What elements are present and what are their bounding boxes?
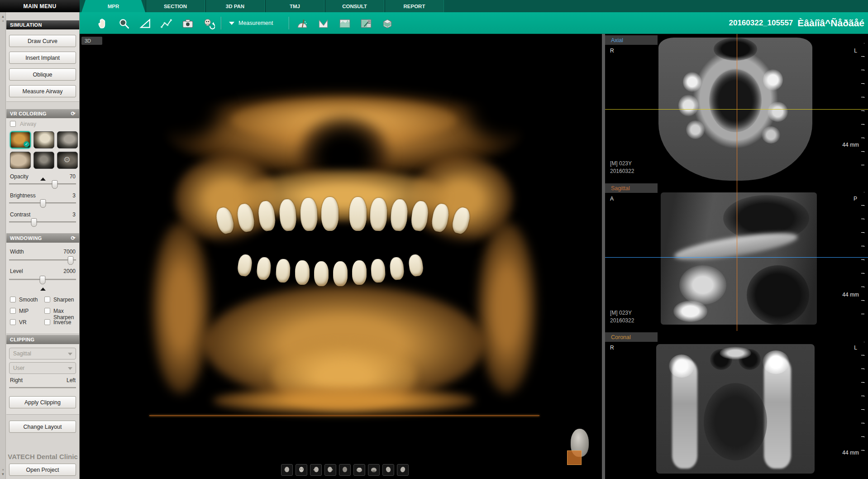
smooth-checkbox[interactable] — [10, 297, 16, 302]
airway-checkbox[interactable] — [10, 121, 16, 127]
tooth-shape — [370, 197, 388, 231]
open-project-button[interactable]: Open Project — [9, 464, 76, 476]
view-preset-top[interactable] — [353, 464, 365, 476]
contrast-slider-handle[interactable] — [31, 218, 37, 227]
orientation-indicator[interactable] — [567, 429, 592, 467]
coronal-pane-title[interactable]: Coronal — [605, 332, 658, 342]
tab-3d-pan[interactable]: 3D PAN — [205, 0, 265, 12]
vr-preset-custom[interactable]: ⚙ — [57, 152, 78, 169]
view-preset-front-left[interactable] — [281, 464, 293, 476]
toolbar: Measurement 20160322_105557 Èâàíîâ^Ñåðãå… — [80, 12, 868, 34]
axial-pane[interactable]: Axial R L [M] 023Y 20160322 44 mm — [605, 34, 868, 182]
vr-preset-xray[interactable] — [57, 131, 78, 148]
sagittal-study-info: [M] 023Y 20160322 — [610, 309, 634, 325]
view-preset-back[interactable] — [339, 464, 351, 476]
change-layout-button[interactable]: Change Layout — [9, 421, 76, 433]
clipping-slider[interactable] — [9, 387, 76, 388]
collapse-arrow-icon[interactable] — [40, 177, 46, 181]
insert-implant-button[interactable]: Insert Implant — [9, 52, 76, 64]
view-preset-right[interactable] — [324, 464, 336, 476]
sagittal-crosshair-vertical[interactable] — [737, 182, 737, 331]
oblique-button[interactable]: Oblique — [9, 68, 76, 81]
measure-airway-button[interactable]: Measure Airway — [9, 85, 76, 97]
selected-check-icon: ✓ — [24, 141, 29, 147]
collapse-arrow-icon[interactable] — [40, 287, 46, 291]
sharpen-checkbox[interactable] — [44, 297, 50, 302]
clipping-mode-select[interactable]: User — [9, 362, 76, 374]
sagittal-pane-title[interactable]: Sagittal — [605, 183, 658, 193]
vr-preset-bone-color[interactable]: ✓ — [10, 131, 31, 148]
opacity-value: 70 — [70, 173, 76, 180]
sidebar-scrollbar[interactable]: ▲ ≡ ≡ ▼ — [0, 12, 6, 479]
brightness-slider-handle[interactable] — [40, 199, 46, 208]
capture-icon[interactable] — [181, 16, 195, 31]
tab-section[interactable]: SECTION — [146, 0, 205, 12]
clipping-left-label: Left — [67, 377, 76, 383]
volume-3d-icon[interactable] — [380, 16, 395, 31]
view-preset-iso-right[interactable] — [397, 464, 409, 476]
chevron-down-icon — [68, 353, 72, 355]
opacity-slider[interactable] — [9, 183, 76, 185]
mpr-panel: Axial R L [M] 023Y 20160322 44 mm Sagitt… — [605, 34, 868, 479]
patient-id: 20160322_105557 — [729, 19, 793, 28]
axial-crosshair-vertical[interactable] — [737, 34, 737, 182]
sagittal-left-label: A — [610, 196, 614, 202]
view-preset-bottom[interactable] — [368, 464, 380, 476]
vr-preset-mip[interactable] — [33, 152, 54, 169]
vr-preset-soft-tissue[interactable] — [10, 152, 31, 169]
vr-preset-bone-white[interactable] — [33, 131, 54, 148]
clipping-plane-select[interactable]: Sagittal — [9, 348, 76, 359]
patient-info: 20160322_105557 Èâàíîâ^Ñåðãåé — [729, 12, 864, 34]
scroll-up-icon[interactable]: ▲ — [1, 15, 5, 19]
view-preset-left[interactable] — [310, 464, 322, 476]
pano-view-icon[interactable] — [338, 16, 352, 31]
polyline-measure-icon[interactable] — [159, 16, 174, 31]
brightness-label: Brightness — [10, 192, 36, 199]
annotation-icon[interactable] — [359, 16, 373, 31]
opacity-slider-handle[interactable] — [52, 180, 57, 189]
draw-curve-button[interactable]: Draw Curve — [9, 35, 76, 47]
vr-checkbox[interactable] — [10, 319, 16, 325]
tooth-shape — [237, 254, 253, 277]
view-preset-front[interactable] — [296, 464, 307, 476]
zoom-tool-icon[interactable] — [117, 16, 131, 31]
tooth-shape — [321, 197, 339, 231]
width-slider-handle[interactable] — [68, 256, 74, 265]
sharpen-label: Sharpen — [53, 297, 74, 303]
max-sharpen-checkbox[interactable] — [44, 308, 50, 314]
refresh-icon[interactable]: ⟳ — [70, 110, 76, 117]
profile-measure-icon[interactable] — [316, 16, 331, 31]
mip-checkbox[interactable] — [10, 308, 16, 314]
scroll-down-icon[interactable]: ▼ — [1, 473, 5, 476]
tab-tmj[interactable]: TMJ — [265, 0, 324, 12]
refresh-icon[interactable]: ⟳ — [70, 235, 76, 241]
reset-view-icon[interactable] — [202, 16, 216, 31]
sagittal-pane[interactable]: Sagittal A P [M] 023Y 20160322 44 mm — [605, 182, 868, 331]
measurement-dropdown[interactable]: Measurement — [229, 12, 273, 34]
3d-volume-render[interactable] — [149, 91, 539, 421]
panel-divider[interactable] — [602, 34, 605, 479]
brightness-slider[interactable] — [9, 202, 76, 204]
tooth-shape — [349, 197, 367, 231]
angle-measure-icon[interactable] — [295, 16, 310, 31]
main-menu-button[interactable]: MAIN MENU — [0, 0, 80, 12]
level-slider[interactable] — [9, 279, 76, 280]
tab-mpr[interactable]: MPR — [81, 0, 145, 12]
tab-consult[interactable]: CONSULT — [325, 0, 384, 12]
3d-viewport[interactable]: 3D — [80, 34, 602, 479]
contrast-slider[interactable] — [9, 221, 76, 223]
tooth-shape — [276, 259, 291, 283]
width-slider[interactable] — [9, 259, 76, 261]
top-tab-bar: MAIN MENU MPR SECTION 3D PAN TMJ CONSULT… — [0, 0, 868, 12]
scroll-grip-icon: ≡ — [1, 19, 5, 23]
level-slider-handle[interactable] — [40, 276, 46, 284]
inverse-checkbox[interactable] — [44, 319, 50, 325]
axial-pane-title[interactable]: Axial — [605, 35, 658, 45]
coronal-pane[interactable]: Coronal R L 44 mm — [605, 331, 868, 479]
coronal-left-label: R — [610, 345, 614, 351]
pan-tool-icon[interactable] — [95, 16, 110, 31]
slope-measure-icon[interactable] — [138, 16, 153, 31]
view-preset-iso-left[interactable] — [382, 464, 394, 476]
tab-report[interactable]: REPORT — [385, 0, 444, 12]
apply-clipping-button[interactable]: Apply Clipping — [9, 396, 76, 408]
